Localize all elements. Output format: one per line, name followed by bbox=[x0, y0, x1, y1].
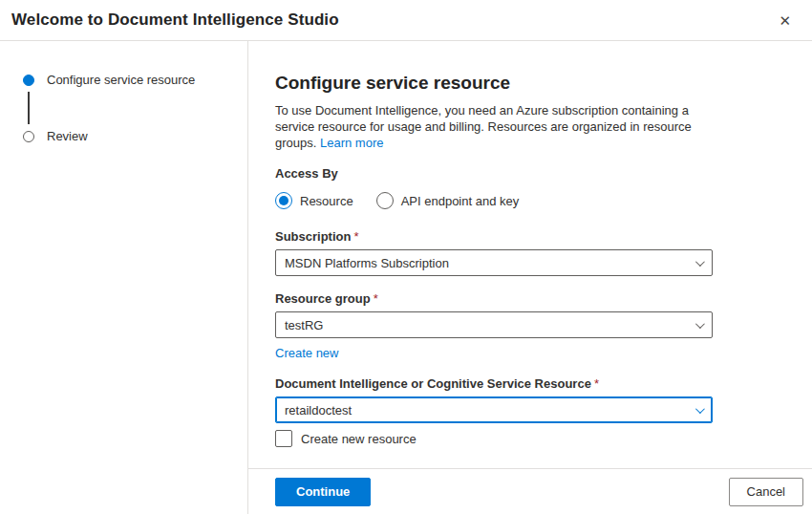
create-new-resource-checkbox[interactable]: Create new resource bbox=[275, 430, 812, 447]
step-label: Configure service resource bbox=[47, 73, 195, 87]
radio-resource[interactable]: Resource bbox=[275, 192, 353, 209]
create-new-link[interactable]: Create new bbox=[275, 346, 338, 360]
chevron-down-icon bbox=[695, 319, 705, 329]
close-icon[interactable]: ✕ bbox=[775, 10, 795, 32]
description-text: To use Document Intelligence, you need a… bbox=[275, 102, 715, 151]
dialog-footer: Continue Cancel bbox=[248, 468, 812, 514]
dialog-body: Configure service resource Review Config… bbox=[0, 41, 812, 514]
access-by-radio-group: Resource API endpoint and key bbox=[275, 192, 812, 209]
step-review[interactable]: Review bbox=[23, 129, 236, 143]
step-label: Review bbox=[47, 129, 88, 143]
required-asterisk: * bbox=[374, 291, 378, 306]
required-asterisk: * bbox=[594, 376, 599, 391]
checkbox-unchecked-icon bbox=[275, 430, 292, 447]
dialog-title: Welcome to Document Intelligence Studio bbox=[11, 11, 339, 30]
step-configure-service-resource[interactable]: Configure service resource bbox=[23, 73, 236, 87]
radio-selected-icon bbox=[275, 192, 292, 209]
required-asterisk: * bbox=[353, 229, 358, 244]
subscription-dropdown[interactable]: MSDN Platforms Subscription bbox=[275, 249, 713, 276]
access-by-label: Access By bbox=[275, 166, 812, 181]
learn-more-link[interactable]: Learn more bbox=[320, 136, 383, 150]
service-resource-label: Document Intelligence or Cognitive Servi… bbox=[275, 376, 812, 391]
welcome-dialog: Welcome to Document Intelligence Studio … bbox=[0, 0, 812, 514]
radio-label: API endpoint and key bbox=[401, 194, 520, 208]
cancel-button[interactable]: Cancel bbox=[729, 478, 803, 506]
main-panel: Configure service resource To use Docume… bbox=[248, 41, 812, 514]
radio-api-endpoint-and-key[interactable]: API endpoint and key bbox=[376, 192, 520, 209]
service-resource-dropdown[interactable]: retaildoctest bbox=[275, 396, 713, 423]
radio-unselected-icon bbox=[376, 192, 394, 209]
resource-group-value: testRG bbox=[285, 318, 323, 332]
chevron-down-icon bbox=[695, 404, 705, 414]
step-connector-line bbox=[28, 92, 30, 124]
dialog-header: Welcome to Document Intelligence Studio … bbox=[0, 0, 812, 41]
service-resource-value: retaildoctest bbox=[285, 403, 352, 418]
page-title: Configure service resource bbox=[275, 73, 812, 94]
subscription-value: MSDN Platforms Subscription bbox=[285, 256, 449, 270]
radio-label: Resource bbox=[300, 194, 353, 208]
continue-button[interactable]: Continue bbox=[275, 478, 371, 506]
step-pending-dot-icon bbox=[23, 131, 34, 142]
resource-group-label: Resource group* bbox=[275, 291, 812, 306]
checkbox-label: Create new resource bbox=[301, 432, 417, 446]
subscription-label: Subscription* bbox=[275, 229, 812, 244]
configure-form: Configure service resource To use Docume… bbox=[248, 41, 812, 468]
chevron-down-icon bbox=[695, 257, 705, 267]
step-active-dot-icon bbox=[23, 75, 34, 86]
resource-group-dropdown[interactable]: testRG bbox=[275, 311, 713, 338]
wizard-stepper: Configure service resource Review bbox=[0, 41, 248, 514]
